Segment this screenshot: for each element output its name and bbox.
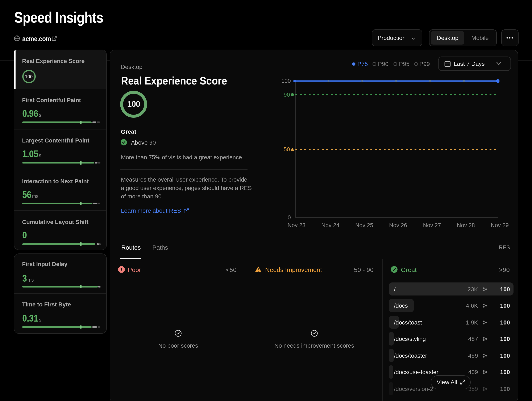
svg-text:Nov 23: Nov 23: [287, 222, 305, 229]
svg-text:Nov 26: Nov 26: [389, 222, 407, 229]
svg-text:90: 90: [284, 92, 290, 98]
svg-text:50: 50: [284, 146, 290, 153]
svg-text:P95: P95: [399, 61, 410, 67]
svg-text:Nov 29: Nov 29: [491, 222, 509, 229]
svg-text:Last 7 Days: Last 7 Days: [454, 61, 485, 67]
svg-text:100: 100: [281, 78, 291, 84]
svg-text:P99: P99: [419, 61, 430, 67]
svg-text:Nov 25: Nov 25: [355, 222, 373, 229]
svg-text:Nov 27: Nov 27: [423, 222, 441, 229]
svg-text:Nov 28: Nov 28: [457, 222, 475, 229]
svg-text:P90: P90: [378, 61, 388, 67]
svg-text:Nov 24: Nov 24: [322, 222, 340, 229]
svg-text:0: 0: [288, 214, 291, 221]
svg-text:P75: P75: [357, 61, 368, 67]
